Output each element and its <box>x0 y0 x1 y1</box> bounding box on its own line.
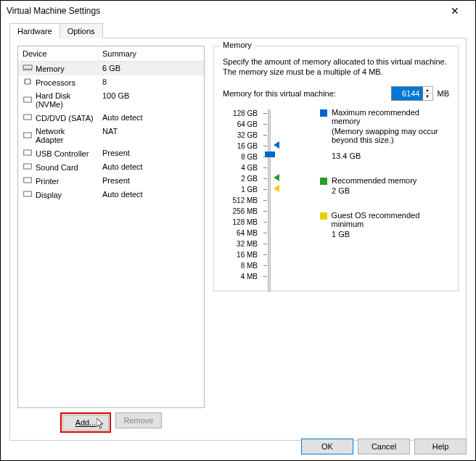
device-icon <box>22 113 33 122</box>
legend-swatch-yellow <box>320 212 327 220</box>
device-name: USB Controller <box>36 149 89 158</box>
device-name: Network Adapter <box>36 127 94 144</box>
legend-max-note: (Memory swapping may occur beyond this s… <box>332 127 449 144</box>
device-name: Processors <box>36 78 75 87</box>
memory-unit: MB <box>438 89 450 98</box>
device-list[interactable]: Device Summary Memory6 GBProcessors8Hard… <box>17 46 205 408</box>
memory-slider[interactable] <box>263 108 285 282</box>
ok-button[interactable]: OK <box>301 439 353 454</box>
device-row[interactable]: Sound CardAuto detect <box>18 160 204 174</box>
svg-rect-13 <box>24 133 32 138</box>
window-title: Virtual Machine Settings <box>7 6 440 16</box>
device-icon <box>22 78 33 87</box>
help-button[interactable]: Help <box>414 439 467 454</box>
col-header-summary[interactable]: Summary <box>98 46 204 61</box>
device-summary: 100 GB <box>98 90 204 110</box>
tick-label: 1 GB <box>223 184 258 195</box>
legend-max-value: 13.4 GB <box>332 151 449 160</box>
remove-button: Remove <box>115 412 162 428</box>
device-icon <box>22 149 33 158</box>
device-icon <box>22 176 33 186</box>
device-row[interactable]: USB ControllerPresent <box>18 146 204 160</box>
tick-label: 512 MB <box>223 195 258 206</box>
svg-rect-0 <box>23 65 32 69</box>
device-row[interactable]: Processors8 <box>18 75 204 89</box>
tab-options[interactable]: Options <box>60 23 103 38</box>
device-summary: 6 GB <box>98 62 204 75</box>
device-icon <box>22 131 33 141</box>
svg-rect-6 <box>25 79 30 84</box>
device-summary: Present <box>98 147 204 159</box>
cancel-button[interactable]: Cancel <box>358 439 410 454</box>
svg-rect-17 <box>24 191 32 196</box>
tick-label: 64 GB <box>223 119 258 130</box>
device-name: Display <box>36 191 62 199</box>
add-button[interactable]: Add... <box>62 415 109 431</box>
tick-label: 8 GB <box>223 151 258 162</box>
device-row[interactable]: CD/DVD (SATA)Auto detect <box>18 111 204 125</box>
device-name: CD/DVD (SATA) <box>36 114 94 122</box>
device-row[interactable]: PrinterPresent <box>18 174 204 188</box>
legend-rec-value: 2 GB <box>332 186 449 195</box>
slider-tick-labels: 128 GB64 GB32 GB16 GB8 GB4 GB2 GB1 GB512… <box>223 108 258 282</box>
tick-label: 4 MB <box>223 271 258 282</box>
legend-swatch-blue <box>320 109 327 117</box>
rec-marker-icon <box>274 174 279 181</box>
memory-description: Specify the amount of memory allocated t… <box>223 57 449 78</box>
min-marker-icon <box>274 185 279 192</box>
col-header-device[interactable]: Device <box>18 46 98 61</box>
close-icon[interactable]: ✕ <box>440 5 469 17</box>
slider-thumb[interactable] <box>265 151 275 157</box>
tick-label: 2 GB <box>223 173 258 184</box>
tab-hardware[interactable]: Hardware <box>9 23 60 38</box>
tick-label: 32 GB <box>223 130 258 141</box>
legend-max-label: Maximum recommended memory <box>332 108 449 125</box>
device-icon <box>22 162 33 172</box>
device-icon <box>22 64 33 73</box>
legend-swatch-green <box>320 178 327 185</box>
svg-rect-14 <box>24 150 32 155</box>
tick-label: 64 MB <box>223 228 258 238</box>
device-icon <box>22 190 33 199</box>
device-summary: Present <box>98 175 204 187</box>
device-row[interactable]: Memory6 GB <box>18 62 204 75</box>
legend-min-label: Guest OS recommended minimum <box>332 211 449 228</box>
device-name: Hard Disk (NVMe) <box>36 91 94 109</box>
memory-input[interactable] <box>391 86 423 101</box>
svg-rect-15 <box>24 164 32 169</box>
device-row[interactable]: DisplayAuto detect <box>18 188 204 202</box>
tick-label: 16 GB <box>223 141 258 151</box>
tick-label: 256 MB <box>223 206 258 217</box>
device-icon <box>22 96 33 105</box>
max-marker-icon <box>274 141 279 149</box>
tick-label: 16 MB <box>223 249 258 260</box>
device-summary: Auto detect <box>98 161 204 173</box>
device-name: Printer <box>36 177 59 186</box>
tick-label: 128 MB <box>223 217 258 228</box>
memory-field-label: Memory for this virtual machine: <box>223 89 387 98</box>
tick-label: 128 GB <box>223 108 258 119</box>
svg-rect-11 <box>24 97 32 102</box>
tick-label: 32 MB <box>223 238 258 249</box>
svg-rect-16 <box>24 178 32 183</box>
spin-up-icon[interactable]: ▲ <box>423 87 432 94</box>
legend-min-value: 1 GB <box>332 230 449 238</box>
svg-rect-12 <box>24 115 32 120</box>
device-name: Sound Card <box>36 163 78 172</box>
spin-down-icon[interactable]: ▼ <box>423 94 432 100</box>
device-row[interactable]: Hard Disk (NVMe)100 GB <box>18 89 204 111</box>
memory-spinner[interactable]: ▲▼ <box>423 86 433 101</box>
device-summary: Auto detect <box>98 112 204 124</box>
device-summary: 8 <box>98 76 204 88</box>
device-summary: NAT <box>98 125 204 146</box>
device-name: Memory <box>36 65 65 73</box>
legend-rec-label: Recommended memory <box>332 176 416 185</box>
group-label: Memory <box>220 41 255 49</box>
tick-label: 8 MB <box>223 260 258 271</box>
device-row[interactable]: Network AdapterNAT <box>18 125 204 146</box>
tick-label: 4 GB <box>223 162 258 173</box>
device-summary: Auto detect <box>98 188 204 201</box>
memory-group: Memory Specify the amount of memory allo… <box>213 46 459 291</box>
